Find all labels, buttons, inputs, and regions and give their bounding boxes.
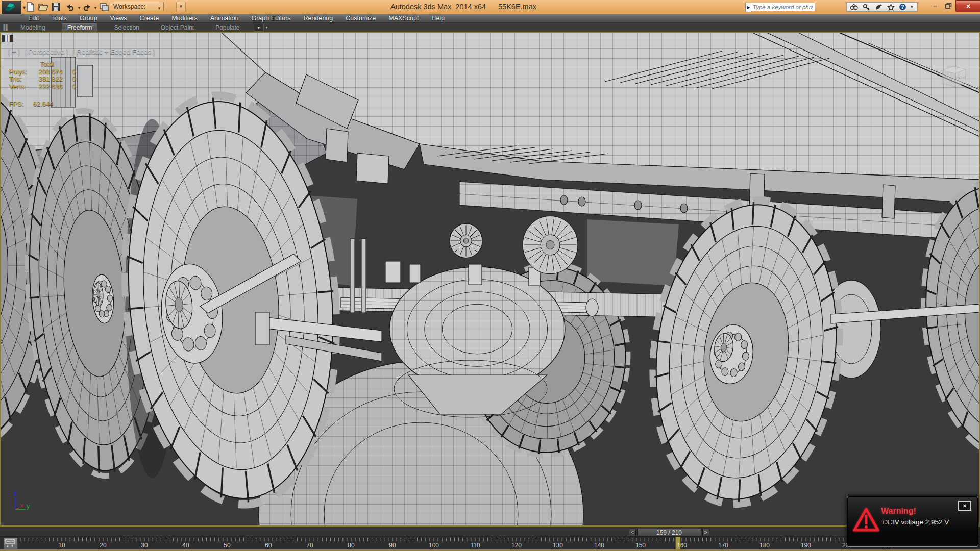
- menu-bar: EditToolsGroupViewsCreateModifiersAnimat…: [0, 14, 980, 23]
- minimize-button[interactable]: –: [929, 0, 941, 11]
- perspective-viewport[interactable]: ▐▌ [ + ] [ Perspective ] [ Realistic + E…: [0, 32, 980, 526]
- restore-button[interactable]: [942, 0, 954, 11]
- time-slider-handle[interactable]: 159 / 210: [637, 529, 701, 536]
- help-icon[interactable]: ?: [898, 3, 908, 11]
- project-folder-icon[interactable]: [99, 2, 109, 12]
- ruler-tick-label: 130: [553, 542, 563, 549]
- ribbon-tab-bar: ▐▌ ModelingFreeformSelectionObject Paint…: [0, 23, 980, 32]
- wireframe-truck-model[interactable]: [1, 33, 979, 525]
- favorites-icon[interactable]: [886, 3, 896, 11]
- ruler-tick-label: 50: [224, 542, 231, 549]
- stats-fps-row: FPS:62.644: [9, 90, 76, 108]
- timeline-ruler[interactable]: 1020304050607080901001101201301401501601…: [0, 537, 980, 549]
- ribbon-tab-freeform[interactable]: Freeform: [62, 23, 98, 32]
- viewport-shading-menu[interactable]: [ Realistic + Edged Faces ]: [72, 48, 155, 56]
- menu-animation[interactable]: Animation: [210, 15, 239, 22]
- help-caret-icon[interactable]: ▼: [910, 5, 914, 9]
- ruler-tick-label: 70: [306, 542, 313, 549]
- menu-maxscript[interactable]: MAXScript: [388, 15, 419, 22]
- ruler-tick-label: 20: [100, 542, 107, 549]
- previous-frame-button[interactable]: <: [629, 529, 636, 536]
- viewcube[interactable]: RIGHT: [938, 63, 970, 90]
- ruler-tick-label: 170: [718, 542, 728, 549]
- redo-icon[interactable]: [82, 2, 92, 12]
- ruler-tick-label: 30: [141, 542, 148, 549]
- quick-access-overflow-button[interactable]: ▼: [176, 2, 186, 12]
- ribbon-tab-selection[interactable]: Selection: [109, 24, 144, 32]
- new-scene-icon[interactable]: [25, 2, 35, 12]
- save-file-icon[interactable]: [51, 2, 61, 12]
- menu-rendering[interactable]: Rendering: [304, 15, 333, 22]
- ruler-tick-label: 150: [635, 542, 646, 549]
- ruler-tick-label: 180: [760, 542, 770, 549]
- ribbon-tabs: ModelingFreeformSelectionObject PaintPop…: [15, 23, 245, 32]
- ruler-tick-label: 10: [58, 542, 65, 549]
- warning-dialog: Warning! +3.3V voltage 2,952 V ×: [847, 496, 978, 547]
- menu-edit[interactable]: Edit: [28, 15, 39, 22]
- ruler-tick-label: 110: [470, 542, 480, 549]
- redo-history-caret-icon[interactable]: ▼: [93, 6, 97, 10]
- next-frame-button[interactable]: >: [702, 529, 709, 536]
- window-title: Autodesk 3ds Max 2014 x6455K6E.max: [390, 3, 536, 11]
- undo-icon[interactable]: [65, 2, 76, 12]
- ribbon-grip-handle[interactable]: ▐▌: [2, 24, 10, 30]
- workspace-selector[interactable]: Workspace: Default ▼: [110, 2, 164, 11]
- viewport-general-menu[interactable]: [ + ]: [8, 48, 20, 56]
- time-slider-track[interactable]: < 159 / 210 >: [0, 526, 980, 536]
- track-bar[interactable]: 1020304050607080901001101201301401501601…: [0, 536, 980, 549]
- file-name: 55K6E.max: [498, 3, 536, 11]
- menu-views[interactable]: Views: [110, 15, 127, 22]
- application-window: ▼ ▼ ▼ Workspace: Default: [0, 0, 980, 551]
- toolbar-grip-handle[interactable]: ▐▌: [2, 35, 13, 42]
- ruler-tick-label: 100: [429, 542, 439, 549]
- ruler-tick-label: 140: [594, 542, 604, 549]
- stats-row: Polys:208 6740: [9, 68, 76, 76]
- warning-triangle-icon: [851, 506, 881, 534]
- svg-text:?: ?: [901, 4, 904, 10]
- viewport-label: [ + ] [ Perspective ] [ Realistic + Edge…: [8, 48, 155, 56]
- ruler-tick-label: 60: [265, 542, 272, 549]
- ribbon-tab-populate[interactable]: Populate: [210, 24, 244, 32]
- infocenter-tray: ? ▼: [846, 2, 918, 12]
- warning-message: +3.3V voltage 2,952 V: [881, 518, 949, 526]
- x-axis-label: x: [20, 502, 23, 509]
- ribbon-tab-object-paint[interactable]: Object Paint: [156, 24, 199, 32]
- undo-history-caret-icon[interactable]: ▼: [77, 6, 81, 10]
- search-icon[interactable]: [849, 3, 859, 11]
- restore-icon: [945, 3, 952, 9]
- ruler-tick-label: 80: [348, 542, 355, 549]
- warning-title: Warning!: [881, 507, 916, 516]
- search-input[interactable]: [751, 3, 815, 11]
- viewport-pov-menu[interactable]: [ Perspective ]: [24, 48, 68, 56]
- close-button[interactable]: ×: [955, 0, 980, 12]
- z-axis-label: z: [14, 490, 17, 497]
- menu-help[interactable]: Help: [431, 15, 445, 22]
- menu-group[interactable]: Group: [80, 15, 97, 22]
- ribbon-tab-modeling[interactable]: Modeling: [15, 24, 51, 32]
- stats-header-row: Total: [9, 61, 76, 68]
- ribbon-minimize-caret-icon[interactable]: ▼: [265, 26, 268, 29]
- stats-row: Tris:381 8220: [9, 76, 76, 83]
- ruler-tick-label: 120: [511, 542, 522, 549]
- ruler-tick-label: 160: [677, 542, 687, 549]
- world-axis-gizmo: z x y: [5, 489, 38, 514]
- menu-customize[interactable]: Customize: [346, 15, 376, 22]
- workspace-caret-icon: ▼: [157, 4, 161, 13]
- app-menu-button[interactable]: [2, 1, 21, 14]
- 3ds-max-logo-icon: [2, 1, 20, 13]
- ribbon-minimize-button[interactable]: ▼: [254, 24, 264, 32]
- menu-tools[interactable]: Tools: [52, 15, 67, 22]
- stats-row: Verts:232 6360: [9, 83, 76, 91]
- menu-create[interactable]: Create: [140, 15, 159, 22]
- warning-close-button[interactable]: ×: [958, 501, 971, 511]
- y-axis-label: y: [27, 503, 30, 510]
- viewcube-face-label[interactable]: RIGHT: [955, 76, 967, 80]
- menu-modifiers[interactable]: Modifiers: [172, 15, 198, 22]
- title-bar: ▼ ▼ ▼ Workspace: Default: [0, 0, 980, 14]
- statistics-overlay: TotalPolys:208 6740Tris:381 8220Verts:23…: [9, 61, 76, 108]
- subscription-center-icon[interactable]: [861, 3, 871, 11]
- open-file-icon[interactable]: [38, 2, 48, 12]
- communication-center-icon[interactable]: [873, 3, 884, 11]
- ruler-tick-label: 90: [389, 542, 396, 549]
- menu-graph-editors[interactable]: Graph Editors: [251, 15, 290, 22]
